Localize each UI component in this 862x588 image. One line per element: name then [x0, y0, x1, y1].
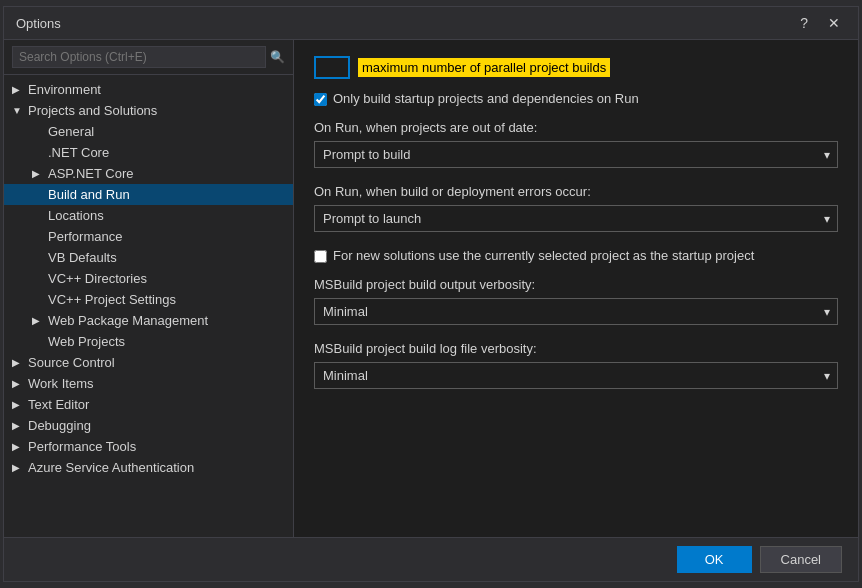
sidebar-item-performance[interactable]: Performance	[4, 226, 293, 247]
build-errors-dropdown-wrapper: Prompt to launch Do not launch Launch	[314, 205, 838, 232]
out-of-date-dropdown[interactable]: Prompt to build Always build Never build	[314, 141, 838, 168]
out-of-date-dropdown-wrapper: Prompt to build Always build Never build	[314, 141, 838, 168]
right-panel: 8 maximum number of parallel project bui…	[294, 40, 858, 537]
left-panel: 🔍 ▶Environment▼Projects and SolutionsGen…	[4, 40, 294, 537]
sidebar-item-source-control[interactable]: ▶Source Control	[4, 352, 293, 373]
parallel-builds-label: maximum number of parallel project build…	[358, 58, 610, 77]
sidebar-item-label: VC++ Project Settings	[48, 292, 176, 307]
sidebar-item-vb-defaults[interactable]: VB Defaults	[4, 247, 293, 268]
only-build-checkbox[interactable]	[314, 93, 327, 106]
log-verbosity-label: MSBuild project build log file verbosity…	[314, 341, 838, 356]
dialog-title: Options	[16, 16, 61, 31]
arrow-icon: ▶	[12, 357, 24, 368]
sidebar-item-environment[interactable]: ▶Environment	[4, 79, 293, 100]
sidebar-item-label: Web Projects	[48, 334, 125, 349]
sidebar-item-label: Debugging	[28, 418, 91, 433]
arrow-icon: ▶	[32, 315, 44, 326]
sidebar-item-azure-service-auth[interactable]: ▶Azure Service Authentication	[4, 457, 293, 478]
out-of-date-label: On Run, when projects are out of date:	[314, 120, 838, 135]
help-button[interactable]: ?	[794, 13, 814, 33]
sidebar-item-label: Azure Service Authentication	[28, 460, 194, 475]
sidebar-item-label: Projects and Solutions	[28, 103, 157, 118]
sidebar-item-label: General	[48, 124, 94, 139]
sidebar-item-locations[interactable]: Locations	[4, 205, 293, 226]
sidebar-item-vc-directories[interactable]: VC++ Directories	[4, 268, 293, 289]
sidebar-item-build-and-run[interactable]: Build and Run	[4, 184, 293, 205]
tree: ▶Environment▼Projects and SolutionsGener…	[4, 75, 293, 537]
arrow-icon: ▼	[12, 105, 24, 116]
ok-button[interactable]: OK	[677, 546, 752, 573]
output-verbosity-dropdown-wrapper: Quiet Minimal Normal Detailed Diagnostic	[314, 298, 838, 325]
title-bar: Options ? ✕	[4, 7, 858, 40]
arrow-icon: ▶	[12, 462, 24, 473]
checkbox1-row: Only build startup projects and dependen…	[314, 91, 838, 106]
sidebar-item-label: Build and Run	[48, 187, 130, 202]
startup-project-checkbox[interactable]	[314, 250, 327, 263]
log-verbosity-dropdown-wrapper: Quiet Minimal Normal Detailed Diagnostic	[314, 362, 838, 389]
arrow-icon: ▶	[12, 84, 24, 95]
sidebar-item-net-core[interactable]: .NET Core	[4, 142, 293, 163]
sidebar-item-label: .NET Core	[48, 145, 109, 160]
arrow-icon: ▶	[12, 420, 24, 431]
sidebar-item-web-projects[interactable]: Web Projects	[4, 331, 293, 352]
search-icon: 🔍	[270, 50, 285, 64]
sidebar-item-label: Performance Tools	[28, 439, 136, 454]
sidebar-item-label: VC++ Directories	[48, 271, 147, 286]
sidebar-item-label: Web Package Management	[48, 313, 208, 328]
build-errors-dropdown[interactable]: Prompt to launch Do not launch Launch	[314, 205, 838, 232]
sidebar-item-label: Text Editor	[28, 397, 89, 412]
sidebar-item-label: Environment	[28, 82, 101, 97]
only-build-label: Only build startup projects and dependen…	[333, 91, 639, 106]
build-errors-label: On Run, when build or deployment errors …	[314, 184, 838, 199]
sidebar-item-debugging[interactable]: ▶Debugging	[4, 415, 293, 436]
sidebar-item-aspnet-core[interactable]: ▶ASP.NET Core	[4, 163, 293, 184]
sidebar-item-general[interactable]: General	[4, 121, 293, 142]
arrow-icon: ▶	[12, 378, 24, 389]
sidebar-item-label: Source Control	[28, 355, 115, 370]
sidebar-item-vc-project-settings[interactable]: VC++ Project Settings	[4, 289, 293, 310]
parallel-builds-row: 8 maximum number of parallel project bui…	[314, 56, 838, 79]
sidebar-item-performance-tools[interactable]: ▶Performance Tools	[4, 436, 293, 457]
arrow-icon: ▶	[32, 168, 44, 179]
sidebar-item-label: Locations	[48, 208, 104, 223]
arrow-icon: ▶	[12, 441, 24, 452]
sidebar-item-projects-solutions[interactable]: ▼Projects and Solutions	[4, 100, 293, 121]
log-verbosity-dropdown[interactable]: Quiet Minimal Normal Detailed Diagnostic	[314, 362, 838, 389]
search-input[interactable]	[12, 46, 266, 68]
sidebar-item-label: Work Items	[28, 376, 94, 391]
arrow-icon: ▶	[12, 399, 24, 410]
sidebar-item-web-package-management[interactable]: ▶Web Package Management	[4, 310, 293, 331]
parallel-builds-input[interactable]: 8	[314, 56, 350, 79]
output-verbosity-dropdown[interactable]: Quiet Minimal Normal Detailed Diagnostic	[314, 298, 838, 325]
startup-project-label: For new solutions use the currently sele…	[333, 248, 754, 263]
content-area: 🔍 ▶Environment▼Projects and SolutionsGen…	[4, 40, 858, 537]
output-verbosity-label: MSBuild project build output verbosity:	[314, 277, 838, 292]
sidebar-item-text-editor[interactable]: ▶Text Editor	[4, 394, 293, 415]
sidebar-item-label: VB Defaults	[48, 250, 117, 265]
sidebar-item-label: Performance	[48, 229, 122, 244]
cancel-button[interactable]: Cancel	[760, 546, 842, 573]
close-button[interactable]: ✕	[822, 13, 846, 33]
sidebar-item-label: ASP.NET Core	[48, 166, 134, 181]
checkbox2-row: For new solutions use the currently sele…	[314, 248, 838, 263]
sidebar-item-work-items[interactable]: ▶Work Items	[4, 373, 293, 394]
options-dialog: Options ? ✕ 🔍 ▶Environment▼Projects and …	[3, 6, 859, 582]
title-bar-buttons: ? ✕	[794, 13, 846, 33]
search-box: 🔍	[4, 40, 293, 75]
bottom-bar: OK Cancel	[4, 537, 858, 581]
